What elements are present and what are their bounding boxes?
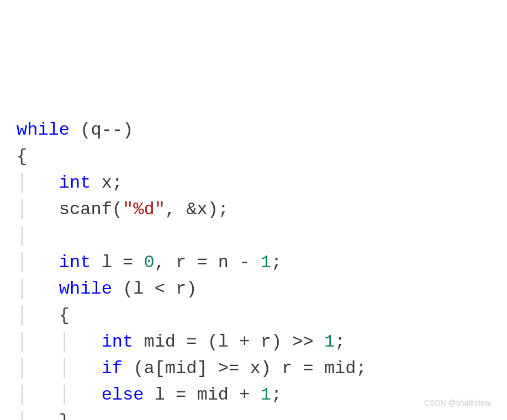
code-block: while (q--) { │ int x; │ scanf("%d", &x)… — [17, 117, 490, 420]
watermark-text: CSDN @shallrelow — [424, 397, 490, 409]
